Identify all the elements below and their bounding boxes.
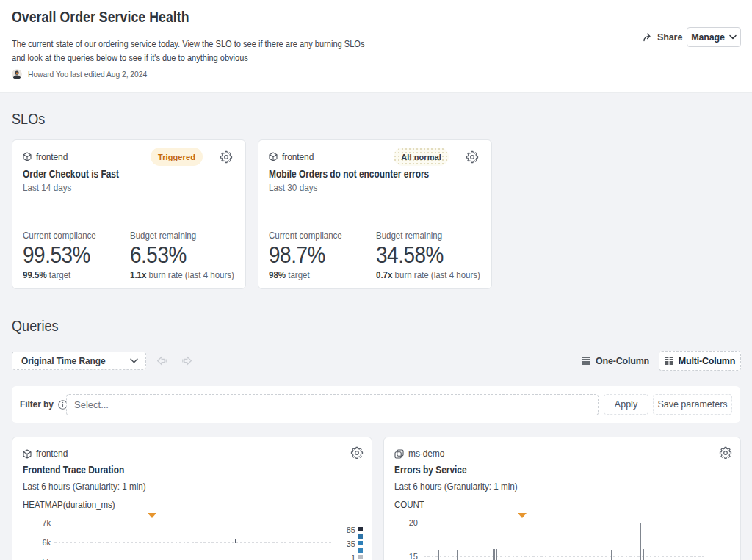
- compliance-value: 98.7%: [269, 241, 365, 269]
- compliance-label: Current compliance: [23, 230, 121, 241]
- one-column-toggle[interactable]: One-Column: [582, 351, 649, 371]
- share-button[interactable]: Share: [643, 32, 682, 43]
- one-column-icon: [582, 357, 590, 365]
- legend-tick-label: 85: [339, 526, 355, 534]
- slo-title: Order Checkout is Fast: [23, 167, 119, 181]
- y-tick-label: 15: [396, 552, 418, 560]
- y-tick-label: 5k: [29, 557, 51, 560]
- slo-card[interactable]: frontend Triggered Order Checkout is Fas…: [12, 139, 246, 289]
- spike: [640, 523, 641, 560]
- time-range-select[interactable]: Original Time Range: [12, 352, 146, 370]
- compliance-target: 98% target: [269, 269, 367, 281]
- legend-tick-label: 1: [339, 553, 355, 560]
- apply-button[interactable]: Apply: [604, 394, 648, 415]
- compliance-label: Current compliance: [269, 230, 367, 241]
- gridline: [424, 523, 704, 523]
- filter-label-group: Filter by: [20, 386, 68, 423]
- budget-label: Budget remaining: [376, 230, 480, 241]
- multi-column-toggle[interactable]: Multi-Column: [659, 351, 741, 371]
- legend-swatch: [358, 555, 363, 560]
- gridline: [54, 542, 332, 543]
- queries-heading: Queries: [12, 318, 59, 334]
- gear-icon[interactable]: [220, 150, 233, 164]
- dataset-name: frontend: [282, 152, 314, 162]
- slos-heading: SLOs: [12, 111, 45, 127]
- dataset-icon: [269, 152, 278, 161]
- slo-card-header: frontend Triggered: [23, 148, 233, 166]
- dataset-name: frontend: [36, 152, 68, 162]
- query-card[interactable]: frontend Frontend Trace Duration Last 6 …: [12, 437, 372, 560]
- gridline: [54, 523, 332, 523]
- spike: [611, 550, 612, 560]
- budget-value: 34.58%: [376, 241, 478, 269]
- share-label: Share: [657, 32, 682, 43]
- manage-button[interactable]: Manage: [687, 27, 741, 47]
- byline-text: Howard Yoo last edited Aug 2, 2024: [28, 70, 147, 79]
- spike: [496, 549, 497, 560]
- avatar: [12, 69, 22, 79]
- time-marker-icon: [148, 513, 156, 518]
- page-header: Overall Order Service Health The current…: [0, 0, 752, 93]
- slo-stats: Current compliance 98.7% 98% target Budg…: [269, 230, 484, 281]
- compliance-target: 99.5% target: [23, 269, 121, 281]
- legend-swatch: [358, 534, 363, 539]
- time-marker-icon: [518, 513, 527, 518]
- query-card[interactable]: ms-demo Errors by Service Last 6 hours (…: [383, 437, 741, 560]
- legend-swatch: [358, 527, 363, 532]
- slo-period: Last 30 days: [269, 181, 317, 194]
- spike: [457, 550, 458, 560]
- page-description: The current state of our ordering servic…: [12, 37, 364, 65]
- manage-label: Manage: [691, 32, 724, 43]
- gridline: [424, 556, 704, 557]
- slo-title: Mobile Orders do not encounter errors: [269, 167, 429, 181]
- dashboard-page: Overall Order Service Health The current…: [0, 0, 752, 560]
- slo-card[interactable]: frontend All normal Mobile Orders do not…: [258, 139, 492, 289]
- time-step-forward-icon[interactable]: [181, 355, 192, 366]
- one-column-label: One-Column: [596, 356, 649, 366]
- section-divider: [12, 302, 740, 302]
- share-icon: [643, 32, 653, 43]
- dataset-icon: [23, 152, 32, 161]
- burn-rate: 0.7x burn rate (last 4 hours): [376, 269, 480, 281]
- multi-column-icon: [665, 357, 673, 365]
- status-badge: All normal: [394, 148, 449, 166]
- page-title: Overall Order Service Health: [12, 7, 189, 26]
- status-badge: Triggered: [151, 148, 203, 166]
- time-step-back-icon[interactable]: [156, 355, 167, 366]
- legend-tick-label: 35: [339, 539, 355, 548]
- gear-icon[interactable]: [466, 150, 479, 164]
- y-tick-label: 20: [396, 518, 418, 527]
- chevron-down-icon: [130, 358, 138, 363]
- legend-swatch: [358, 548, 363, 553]
- y-tick-label: 6k: [29, 538, 51, 547]
- filter-select-input[interactable]: Select...: [66, 394, 599, 415]
- y-tick-label: 7k: [29, 518, 51, 527]
- compliance-value: 99.53%: [23, 241, 119, 269]
- burn-rate: 1.1x burn rate (last 4 hours): [130, 269, 234, 281]
- save-parameters-button[interactable]: Save parameters: [653, 394, 732, 415]
- slo-period: Last 14 days: [23, 181, 71, 194]
- filter-placeholder: Select...: [74, 399, 109, 410]
- budget-value: 6.53%: [130, 241, 232, 269]
- time-range-value: Original Time Range: [21, 356, 106, 366]
- line-chart: 2015: [384, 437, 740, 560]
- legend-swatch: [358, 541, 363, 546]
- spike: [494, 549, 495, 560]
- budget-label: Budget remaining: [130, 230, 234, 241]
- chevron-down-icon: [729, 34, 737, 40]
- byline: Howard Yoo last edited Aug 2, 2024: [12, 69, 156, 79]
- slo-card-header: frontend All normal: [269, 148, 479, 166]
- spike: [438, 550, 439, 560]
- slo-stats: Current compliance 99.53% 99.5% target B…: [23, 230, 238, 281]
- multi-column-label: Multi-Column: [679, 356, 735, 366]
- spike: [643, 549, 644, 560]
- filter-by-label: Filter by: [20, 399, 54, 410]
- heatmap-cell: [235, 539, 237, 544]
- filter-bar: Filter by Select... Apply Save parameter…: [12, 386, 740, 423]
- heatmap-chart: 7k6k5k85351: [12, 437, 372, 560]
